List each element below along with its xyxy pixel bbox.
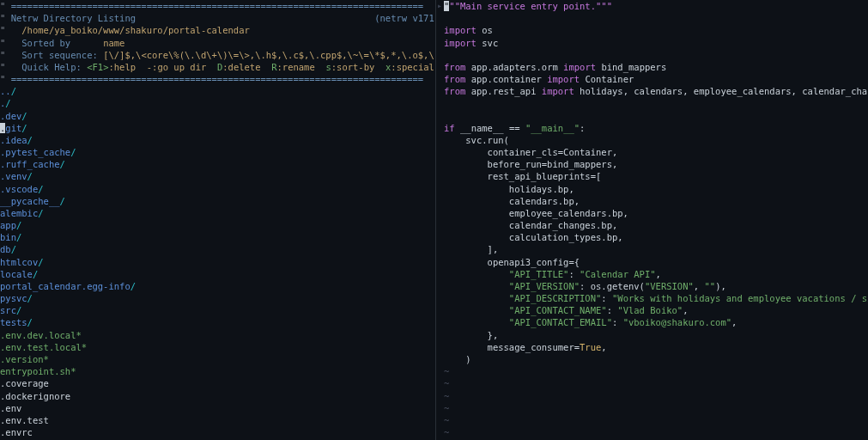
sortseq-label: Sort sequence: [21,50,98,60]
blueprint-line: calculation_types.bp, [444,231,868,243]
netrw-file-item[interactable]: entrypoint.sh* [0,365,435,377]
netrw-pane[interactable]: " ======================================… [0,0,436,440]
netrw-file-item[interactable]: .env.dev.local* [0,329,435,341]
netrw-file-item[interactable]: .envrc [0,426,435,438]
netrw-title: Netrw Directory Listing [11,13,136,23]
netrw-file-item[interactable]: .env.test.local* [0,341,435,353]
qh-f1: <F1> [87,62,108,72]
netrw-dir-item[interactable]: .idea/ [0,134,435,146]
netrw-file-item[interactable]: .coverage [0,377,435,389]
netrw-dir-item[interactable]: src/ [0,304,435,316]
code-pane[interactable]: ▸ """Main service entry point.""" import… [436,0,868,440]
netrw-dir-item[interactable]: .git/ [0,122,435,134]
blueprint-line: calendar_changes.bp, [444,219,868,231]
module-docstring: ""Main service entry point.""" [449,1,612,11]
netrw-dir-item[interactable]: .dev/ [0,110,435,122]
netrw-dir-item[interactable]: htmlcov/ [0,256,435,268]
netrw-dir-item[interactable]: __pycache__/ [0,195,435,207]
netrw-dir-item[interactable]: ./ [0,97,435,109]
netrw-dir-item[interactable]: .vscode/ [0,183,435,195]
netrw-path: /home/ya_boiko/www/shakuro/portal-calend… [21,25,250,35]
netrw-version: (netrw v171) [374,13,436,23]
blueprint-line: employee_calendars.bp, [444,207,868,219]
sortby-label: Sorted by [21,38,70,48]
netrw-dir-item[interactable]: locale/ [0,268,435,280]
netrw-dir-item[interactable]: .venv/ [0,170,435,182]
tilde-row: ~ [444,414,868,426]
netrw-dir-item[interactable]: portal_calendar.egg-info/ [0,280,435,292]
netrw-dir-item[interactable]: bin/ [0,231,435,243]
netrw-dir-item[interactable]: .ruff_cache/ [0,158,435,170]
blueprint-line: calendars.bp, [444,195,868,207]
netrw-dir-item[interactable]: .pytest_cache/ [0,146,435,158]
netrw-file-item[interactable]: .dockerignore [0,390,435,402]
tilde-row: ~ [444,402,868,414]
tilde-row: ~ [444,426,868,438]
netrw-quote: " [0,1,11,11]
sortby-value: name [103,38,124,48]
netrw-dir-item[interactable]: tests/ [0,316,435,328]
tilde-row: ~ [444,365,868,377]
netrw-dir-item[interactable]: ../ [0,85,435,97]
netrw-dir-item[interactable]: pysvc/ [0,292,435,304]
blueprint-line: holidays.bp, [444,183,868,195]
netrw-headerbar-top: ========================================… [11,1,423,11]
netrw-dir-item[interactable]: alembic/ [0,207,435,219]
netrw-file-item[interactable]: .version* [0,353,435,365]
tilde-row: ~ [444,390,868,402]
netrw-dir-item[interactable]: app/ [0,219,435,231]
netrw-file-item[interactable]: .env.test [0,414,435,426]
sortseq-value: [\/]$,\<core\%(\.\d\+\)\=\>,\.h$,\.c$,\.… [103,50,436,60]
quickhelp-label: Quick Help: [21,62,82,72]
tilde-row: ~ [444,377,868,389]
netrw-headerbar-bottom: ========================================… [11,74,423,84]
fold-gutter: ▸ [436,0,443,440]
netrw-dir-item[interactable]: db/ [0,243,435,255]
netrw-file-item[interactable]: .env [0,402,435,414]
